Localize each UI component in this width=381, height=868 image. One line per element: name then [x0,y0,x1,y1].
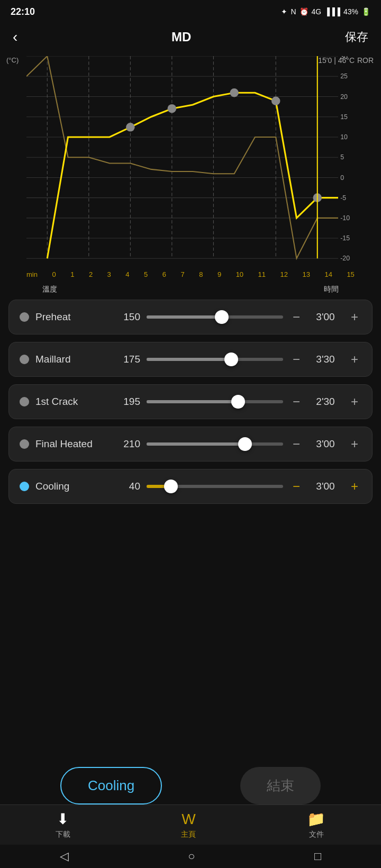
sys-back-button[interactable]: ◁ [60,849,69,863]
preheat-minus[interactable]: − [289,310,303,324]
preheat-time: 3'00 [310,311,341,323]
cooling-slider[interactable] [147,485,283,488]
svg-text:10: 10 [340,133,348,141]
first-crack-minus[interactable]: − [289,394,303,409]
svg-text:25: 25 [340,73,348,80]
right-axis-label: 時間 [324,285,339,294]
x-axis-labels: min 0 1 2 3 4 5 6 7 8 9 10 11 12 13 14 1… [26,270,355,278]
svg-text:-10: -10 [340,214,350,222]
final-heated-row: Final Heated 210 − 3'00 + [8,427,373,462]
svg-text:-15: -15 [340,234,350,242]
maillard-minus[interactable]: − [289,352,303,367]
nav-files-label: 文件 [309,830,324,839]
y-axis-label: (°C) [6,56,19,64]
chart-container: (°C) 15'0 | 46°C ROR 0 25 50 75 100 125 … [5,51,376,294]
cooling-label: Cooling [35,481,110,492]
back-button[interactable]: ‹ [13,29,17,46]
final-heated-slider[interactable] [147,442,283,446]
controls-area: Preheat 150 − 3'00 + Maillard 175 − 3'30… [0,294,381,517]
preheat-slider[interactable] [147,315,283,319]
bottom-nav: ⬇ 下載 W 主頁 📁 文件 [0,804,381,845]
status-bar: 22:10 ✦ N ⏰ 4G ▐▐▐ 43% 🔋 [0,0,381,23]
maillard-plus[interactable]: + [348,352,361,367]
first-crack-dot [20,397,29,406]
alarm-icon: ⏰ [300,7,309,16]
download-icon: ⬇ [57,810,69,828]
cooling-time: 3'00 [310,481,341,492]
svg-text:-20: -20 [340,255,350,262]
nav-download-label: 下載 [56,830,70,839]
svg-text:5: 5 [340,153,344,161]
preheat-value: 150 [116,311,140,323]
sys-recent-button[interactable]: □ [314,849,321,863]
header: ‹ MD 保存 [0,23,381,51]
first-crack-time: 2'30 [310,396,341,408]
preheat-plus[interactable]: + [348,310,361,324]
maillard-value: 175 [116,354,140,365]
final-heated-dot [20,439,29,449]
cooling-value: 40 [116,481,140,492]
cooling-dot [20,482,29,491]
home-icon: W [182,811,195,828]
maillard-label: Maillard [35,354,110,365]
cooling-plus[interactable]: + [348,479,361,494]
first-crack-row: 1st Crack 195 − 2'30 + [8,384,373,419]
chart-svg: 0 25 50 75 100 125 150 175 200 225 250 -… [26,56,355,264]
maillard-row: Maillard 175 − 3'30 + [8,342,373,377]
status-icons: ✦ N ⏰ 4G ▐▐▐ 43% 🔋 [281,7,370,16]
final-heated-minus[interactable]: − [289,437,303,451]
svg-text:20: 20 [340,93,348,101]
svg-point-42 [230,88,239,97]
battery-label: 43% [343,7,358,16]
svg-point-41 [168,104,177,113]
final-heated-value: 210 [116,438,140,450]
nfc-icon: N [291,7,296,16]
svg-point-43 [271,96,280,105]
first-crack-label: 1st Crack [35,396,110,408]
preheat-label: Preheat [35,311,110,323]
maillard-time: 3'30 [310,354,341,365]
first-crack-value: 195 [116,396,140,408]
bottom-buttons: Cooling 結束 [0,767,381,804]
svg-text:0: 0 [340,174,344,182]
nav-download[interactable]: ⬇ 下載 [56,810,70,839]
svg-text:30: 30 [340,56,348,60]
min-label: min [26,270,38,278]
nav-files[interactable]: 📁 文件 [307,810,325,839]
signal-icon: 4G [312,7,322,16]
system-nav: ◁ ○ □ [0,845,381,868]
preheat-dot [20,312,29,322]
status-time: 22:10 [11,6,35,17]
final-heated-plus[interactable]: + [348,437,361,451]
chart-axis-labels: 溫度 時間 [26,285,355,294]
files-icon: 📁 [307,810,325,828]
end-button[interactable]: 結束 [240,767,321,804]
svg-point-40 [126,123,135,132]
nav-home-label: 主頁 [181,830,196,839]
preheat-row: Preheat 150 − 3'00 + [8,300,373,334]
left-axis-label: 溫度 [42,285,57,294]
sys-home-button[interactable]: ○ [188,849,195,863]
first-crack-slider[interactable] [147,400,283,403]
first-crack-plus[interactable]: + [348,394,361,409]
cooling-row: Cooling 40 − 3'00 + [8,469,373,504]
svg-text:15: 15 [340,113,348,121]
signal-bars: ▐▐▐ [324,7,340,16]
maillard-dot [20,355,29,364]
save-button[interactable]: 保存 [345,29,368,45]
bluetooth-icon: ✦ [281,7,287,16]
cooling-button[interactable]: Cooling [60,767,162,804]
final-heated-time: 3'00 [310,438,341,450]
svg-text:-5: -5 [340,194,346,202]
final-heated-label: Final Heated [35,438,110,450]
ror-label: ROR [357,56,374,65]
maillard-slider[interactable] [147,358,283,361]
page-title: MD [171,30,191,44]
battery-icon: 🔋 [361,7,370,16]
cooling-minus[interactable]: − [289,479,303,494]
nav-home[interactable]: W 主頁 [181,811,196,839]
